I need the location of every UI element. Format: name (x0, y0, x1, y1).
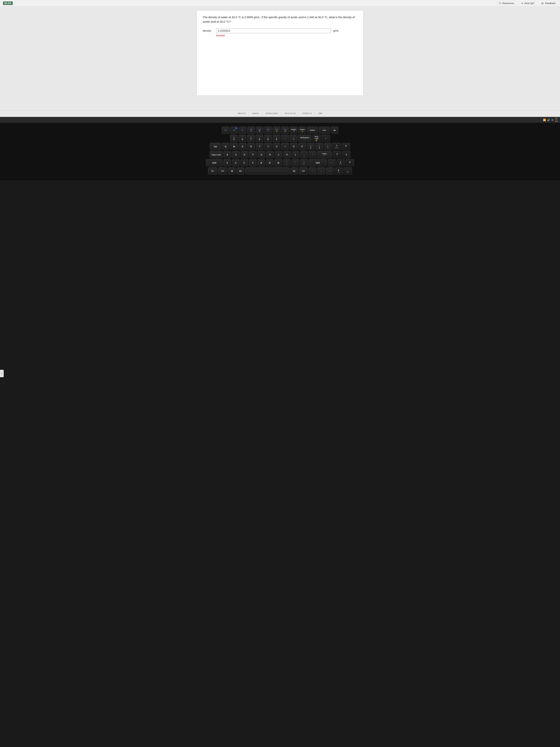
key-w[interactable]: W (230, 143, 238, 150)
key-shift-left[interactable]: Shift (206, 159, 222, 166)
top-bar-left: 84.3% (3, 1, 13, 5)
key-lbrace[interactable]: {[ (307, 143, 315, 150)
key-u[interactable]: U (273, 143, 281, 150)
key-v[interactable]: V (249, 159, 257, 166)
key-f10[interactable]: F10☀ (264, 127, 272, 134)
key-insert[interactable]: Insert🌙 (298, 127, 306, 134)
key-colon[interactable]: :; (300, 151, 308, 158)
key-c[interactable]: C (240, 159, 248, 166)
key-y[interactable]: Y (264, 143, 272, 150)
footer-help[interactable]: help (319, 112, 322, 115)
key-o[interactable]: O (290, 143, 298, 150)
key-num-7[interactable]: 7Home (332, 143, 341, 150)
key-e[interactable]: E (239, 143, 246, 150)
top-bar-right: ☐ Resources ⇥ Give Up? ⊟ Feedback (497, 1, 557, 5)
key-enter[interactable]: Enter ↵ (317, 151, 332, 158)
key-num-0[interactable]: 0Ins (334, 167, 343, 175)
key-down[interactable]: ↓ (317, 167, 325, 175)
key-star-8[interactable]: *8 (256, 135, 263, 142)
key-space[interactable] (245, 167, 289, 175)
key-f[interactable]: F (249, 151, 257, 158)
key-right[interactable]: → (326, 167, 334, 175)
key-g[interactable]: G (258, 151, 265, 158)
key-win[interactable]: ⊞ (228, 167, 236, 175)
key-pipe[interactable]: |\ (324, 143, 332, 150)
key-s[interactable]: S (232, 151, 240, 158)
key-j[interactable]: J (275, 151, 283, 158)
key-ctrl-right[interactable]: Ctrl (299, 167, 308, 175)
key-left[interactable]: ← (309, 167, 317, 175)
key-equals[interactable]: += (290, 135, 297, 142)
tyuiop-row: Tab Q W E R T Y U I O P {[ }] |\ 7Home 8… (210, 143, 350, 150)
feedback-button[interactable]: ⊟ Feedback (540, 1, 557, 5)
key-num-5[interactable]: 5 (342, 151, 351, 158)
key-f12[interactable]: F12✨ (281, 127, 289, 134)
footer-contact[interactable]: contact us (302, 112, 312, 115)
side-nav-arrow[interactable]: › (0, 370, 4, 377)
key-lt[interactable]: <, (283, 159, 291, 166)
key-x[interactable]: X (232, 159, 240, 166)
key-amp-7[interactable]: &7 (247, 135, 255, 142)
key-n[interactable]: N (266, 159, 274, 166)
key-percent-5[interactable]: %5 (230, 135, 238, 142)
key-caps-lock[interactable]: Caps Lock (209, 151, 223, 158)
key-num-8[interactable]: 8↑ (342, 143, 350, 150)
key-gt[interactable]: >. (292, 159, 299, 166)
key-f11[interactable]: F11✨ (273, 127, 281, 134)
key-alt-right[interactable]: Alt (290, 167, 298, 175)
key-r[interactable]: R (247, 143, 255, 150)
footer-links: about us | careers | privacy policy | te… (0, 110, 560, 117)
key-ctrl-left[interactable]: Ctrl (218, 167, 227, 175)
key-numlock[interactable]: Num Lock 🔒 (312, 135, 321, 142)
key-prev-track[interactable]: ⏮ (330, 127, 338, 134)
key-alt-left[interactable]: Alt (237, 167, 244, 175)
key-question[interactable]: ?/ (300, 159, 308, 166)
key-backspace[interactable]: Backspace ← (298, 135, 312, 142)
key-z[interactable]: Z (223, 159, 231, 166)
answer-row: density: g/mL (203, 28, 357, 33)
key-num-4[interactable]: 4← (333, 151, 341, 158)
key-f5[interactable]: F5 (222, 127, 230, 134)
key-shift-right[interactable]: Shift (309, 159, 327, 166)
key-prtscr[interactable]: PrtScr🎤 (290, 127, 298, 134)
key-a[interactable]: A (223, 151, 231, 158)
fn-key-row: F5 F6 F7 F8🖥 F9🔍 F10☀ F11✨ F12✨ PrtScr🎤 … (222, 127, 338, 134)
key-f6[interactable]: F6 (230, 127, 238, 134)
key-b[interactable]: B (258, 159, 265, 166)
key-q[interactable]: Q (222, 143, 230, 150)
key-m[interactable]: M (274, 159, 282, 166)
key-tab[interactable]: Tab (210, 143, 221, 150)
key-f7[interactable]: F7 (239, 127, 246, 134)
taskbar-time: 12: 1/2 (555, 117, 558, 123)
key-caret-6[interactable]: ^6 (239, 135, 246, 142)
key-delete[interactable]: Delete (307, 127, 318, 134)
giveup-button[interactable]: ⇥ Give Up? (519, 1, 536, 5)
key-i[interactable]: I (281, 143, 289, 150)
key-p[interactable]: P (298, 143, 306, 150)
key-t[interactable]: T (256, 143, 264, 150)
key-f9[interactable]: F9🔍 (256, 127, 264, 134)
key-quote[interactable]: "' (309, 151, 317, 158)
key-num-1[interactable]: 1End (336, 159, 345, 166)
answer-input[interactable] (216, 28, 331, 33)
key-rbrace[interactable]: }] (315, 143, 323, 150)
key-fn[interactable]: Fn (208, 167, 217, 175)
key-d[interactable]: D (241, 151, 248, 158)
key-lparen-9[interactable]: (9 (264, 135, 272, 142)
footer-privacy[interactable]: privacy policy (266, 112, 278, 115)
key-num-2[interactable]: 2↓ (346, 159, 354, 166)
key-rparen-0[interactable]: )0 (273, 135, 281, 142)
key-l[interactable]: L (292, 151, 299, 158)
key-num-dot[interactable]: .Del (344, 167, 352, 175)
key-num-slash[interactable]: / (321, 135, 330, 142)
key-minus[interactable]: _- (281, 135, 289, 142)
key-k[interactable]: K (283, 151, 291, 158)
key-calc[interactable]: Calc (319, 127, 330, 134)
key-up[interactable]: ↑ (328, 159, 336, 166)
footer-careers[interactable]: careers (252, 112, 259, 115)
footer-terms[interactable]: terms of use (285, 112, 296, 115)
key-f8[interactable]: F8🖥 (247, 127, 255, 134)
footer-about[interactable]: about us (238, 112, 245, 115)
resources-button[interactable]: ☐ Resources (497, 1, 515, 5)
key-h[interactable]: H (266, 151, 274, 158)
